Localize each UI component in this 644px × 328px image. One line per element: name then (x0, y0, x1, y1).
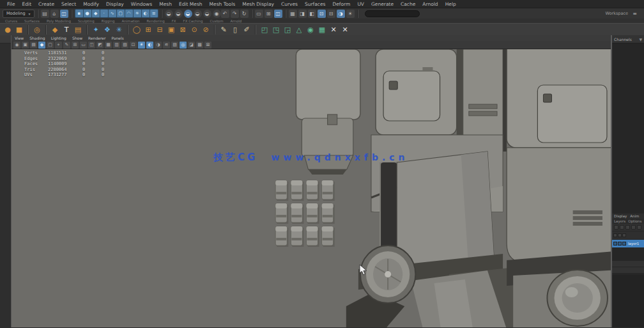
construction-history-icon[interactable]: ↻ (240, 10, 249, 18)
menu-item[interactable]: Arnold (419, 1, 441, 7)
menu-item[interactable]: Deform (329, 1, 353, 7)
field-chart-icon[interactable]: ▦ (105, 42, 112, 49)
display-type-toggle[interactable] (622, 233, 626, 237)
redo-icon[interactable]: ↷ (231, 10, 239, 18)
separate-icon[interactable]: ⊟ (155, 24, 165, 35)
shelf-tab[interactable]: Sculpting (78, 19, 95, 23)
bevel-icon[interactable]: ⊙ (189, 24, 199, 35)
ipr-render-icon[interactable]: ◧ (308, 10, 316, 18)
multi-cut-icon[interactable]: ◰ (259, 24, 270, 35)
shelf-tab[interactable]: Rigging (102, 19, 115, 23)
select-hierarchy-icon[interactable]: ▪ (75, 10, 83, 17)
resolution-gate-icon[interactable]: ◫ (88, 42, 95, 49)
hypershade-icon[interactable]: ◑ (337, 10, 345, 18)
booleans-icon[interactable]: ◯ (132, 24, 142, 35)
frame-all-icon[interactable]: ⊡ (130, 42, 137, 49)
snap-together-icon[interactable]: ▦ (317, 24, 327, 35)
move-layer-up-button[interactable] (625, 225, 630, 230)
workspace-selector[interactable]: Workspace ≡ (605, 10, 641, 18)
extrude-icon[interactable]: ⊠ (178, 24, 188, 35)
layer-row-selected[interactable]: layer1 (612, 240, 644, 247)
menu-set-dropdown[interactable]: Modeling ▾ (3, 10, 34, 18)
menu-item[interactable]: Windows (128, 1, 155, 7)
sculpt-smooth-icon[interactable]: ❖ (102, 24, 112, 35)
anim-layer-row[interactable] (612, 261, 644, 267)
menu-item[interactable]: Create (35, 1, 57, 7)
quad-draw-icon[interactable]: △ (294, 24, 304, 35)
display-type-toggle[interactable] (622, 242, 626, 246)
open-render-view-icon[interactable]: ▦ (289, 10, 297, 18)
move-layer-down-button[interactable] (631, 225, 636, 230)
anim-layer-row[interactable] (612, 267, 644, 273)
snap-curve-icon[interactable]: ◒ (174, 10, 183, 18)
pencil-curve-icon[interactable]: ✐ (241, 24, 252, 35)
single-pane-layout-icon[interactable]: ▭ (255, 10, 263, 18)
sculpt-tool-icon[interactable]: ✦ (91, 24, 101, 35)
layer-menu-item[interactable]: Options (628, 219, 641, 223)
layer-editor-tab[interactable]: Anim (630, 214, 639, 218)
snap-projected-center-icon[interactable]: ◒ (194, 10, 202, 18)
menu-item[interactable]: Display (103, 1, 127, 7)
type-tool-icon[interactable]: T (61, 24, 72, 35)
menu-item[interactable]: Modify (80, 1, 102, 7)
mask-dynamics-icon[interactable]: ✳ (134, 10, 141, 17)
poly-sphere-icon[interactable]: ● (3, 24, 13, 35)
visibility-toggle[interactable] (613, 242, 617, 246)
smooth-mesh-icon[interactable]: ▣ (166, 24, 176, 35)
render-current-frame-icon[interactable]: ◨ (298, 10, 307, 18)
shelf-tab[interactable]: Rendering (147, 19, 165, 23)
target-weld-icon[interactable]: ◳ (271, 24, 281, 35)
mask-deformations-icon[interactable]: ◠ (125, 10, 133, 17)
curve-pen-icon[interactable]: ✎ (218, 24, 229, 35)
layer-row-empty[interactable] (612, 231, 644, 239)
image-plane-icon[interactable]: ▢ (47, 42, 54, 49)
safe-action-icon[interactable]: ▥ (113, 42, 120, 49)
menu-item[interactable]: Generate (368, 1, 397, 7)
mask-points-icon[interactable]: · (100, 10, 108, 17)
bookmark-icon[interactable]: ◆ (38, 42, 45, 49)
isolate-select-icon[interactable]: ◪ (188, 42, 195, 49)
shelf-tab[interactable]: Arnold (231, 19, 242, 23)
playback-toggle[interactable] (618, 242, 622, 246)
menu-item[interactable]: Mesh Display (239, 1, 277, 7)
wireframe-on-shaded-icon[interactable]: ⊠ (204, 42, 211, 49)
sculpt-grab-icon[interactable]: ✳ (114, 24, 124, 35)
menu-item[interactable]: Mesh (156, 1, 175, 7)
delete-history-icon[interactable]: ✕ (340, 24, 350, 35)
shelf-tab[interactable]: Animation (122, 19, 140, 23)
visibility-toggle[interactable] (613, 233, 617, 237)
shelf-tab[interactable]: Surfaces (24, 19, 40, 23)
shelf-tab[interactable]: Curves (5, 19, 17, 23)
open-scene-icon[interactable]: ⌂ (50, 10, 59, 18)
filter-icon[interactable]: ▼ (639, 37, 642, 42)
render-settings-icon[interactable]: ⊟ (327, 10, 335, 18)
snap-point-icon[interactable]: ◒ (184, 10, 192, 18)
delete-edge-icon[interactable]: ✕ (328, 24, 339, 35)
ep-curve-icon[interactable]: ▯ (230, 24, 240, 35)
empty-layer-button[interactable] (637, 225, 641, 230)
saved-layout-icon[interactable]: ◫ (274, 10, 282, 18)
lock-camera-icon[interactable]: ▣ (22, 42, 29, 49)
safe-title-icon[interactable]: ▧ (121, 42, 128, 49)
layer-menu-item[interactable]: Layers (614, 219, 625, 223)
viewport-canvas[interactable]: Verts118153100Edges232206900Faces1140009… (12, 49, 611, 327)
bridge-icon[interactable]: ⊘ (201, 24, 211, 35)
depth-of-field-icon[interactable]: ◎ (180, 42, 187, 49)
four-pane-layout-icon[interactable]: ⊞ (264, 10, 273, 18)
menu-item[interactable]: Cache (397, 1, 418, 7)
gate-mask-icon[interactable]: ◩ (96, 42, 103, 49)
undo-icon[interactable]: ↶ (221, 10, 229, 18)
shelf-tab[interactable]: Poly Modeling (47, 19, 71, 23)
make-live-icon[interactable]: ◉ (305, 24, 316, 35)
poly-plane-icon[interactable]: ◆ (50, 24, 60, 35)
new-layer-selected-button[interactable] (620, 225, 624, 230)
camera-attributes-icon[interactable]: ▤ (30, 42, 37, 49)
menu-item[interactable]: Edit (19, 1, 35, 7)
menu-item[interactable]: Select (58, 1, 79, 7)
layer-editor-tab[interactable]: Display (614, 214, 627, 218)
light-editor-icon[interactable]: ☀ (346, 10, 355, 18)
menu-item[interactable]: Curves (278, 1, 301, 7)
grid-icon[interactable]: ⊞ (72, 42, 79, 49)
mask-misc-icon[interactable]: ≡ (150, 10, 158, 17)
insert-edge-loop-icon[interactable]: ◲ (282, 24, 293, 35)
